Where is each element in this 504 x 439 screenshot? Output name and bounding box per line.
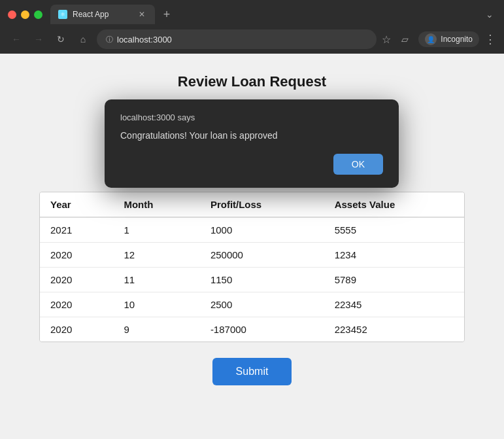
active-tab[interactable]: ⚛ React App ✕ <box>50 5 155 24</box>
minimize-window-button[interactable] <box>21 10 29 19</box>
forward-button[interactable]: → <box>30 31 47 48</box>
home-button[interactable]: ⌂ <box>75 31 92 48</box>
browser-chrome: ⚛ React App ✕ + ⌄ ← → ↻ ⌂ ⓘ localhost:30… <box>0 0 504 54</box>
tab-title: React App <box>73 10 131 19</box>
tab-list-chevron-icon[interactable]: ⌄ <box>483 7 496 22</box>
bookmark-icon[interactable]: ☆ <box>382 33 391 46</box>
url-bar[interactable]: ⓘ localhost:3000 <box>97 29 377 49</box>
address-bar: ← → ↻ ⌂ ⓘ localhost:3000 ☆ ▱ 👤 Incognito… <box>0 25 504 54</box>
pip-icon[interactable]: ▱ <box>396 31 413 48</box>
close-window-button[interactable] <box>8 10 16 19</box>
url-text: localhost:3000 <box>117 35 367 44</box>
tab-bar: ⚛ React App ✕ + ⌄ <box>50 4 496 25</box>
browser-menu-icon[interactable]: ⋮ <box>484 32 496 46</box>
tab-favicon: ⚛ <box>58 10 67 19</box>
traffic-lights <box>8 10 42 19</box>
dialog-ok-button[interactable]: OK <box>333 154 383 175</box>
lock-icon: ⓘ <box>106 35 113 44</box>
back-button[interactable]: ← <box>8 31 25 48</box>
tab-close-button[interactable]: ✕ <box>137 9 147 20</box>
title-bar: ⚛ React App ✕ + ⌄ <box>0 0 504 25</box>
profile-avatar-icon: 👤 <box>425 33 437 45</box>
dialog-buttons: OK <box>120 154 383 175</box>
dialog-title: localhost:3000 says <box>120 113 383 122</box>
dialog-message: Congratulations! Your loan is approved <box>120 130 383 141</box>
profile-button[interactable]: 👤 Incognito <box>418 31 479 47</box>
dialog-box: localhost:3000 says Congratulations! You… <box>105 99 399 188</box>
reload-button[interactable]: ↻ <box>52 31 69 48</box>
page-content: localhost:3000 says Congratulations! You… <box>0 54 504 439</box>
maximize-window-button[interactable] <box>34 10 42 19</box>
new-tab-button[interactable]: + <box>158 5 176 24</box>
dialog-overlay: localhost:3000 says Congratulations! You… <box>0 54 504 439</box>
profile-label: Incognito <box>441 35 473 44</box>
